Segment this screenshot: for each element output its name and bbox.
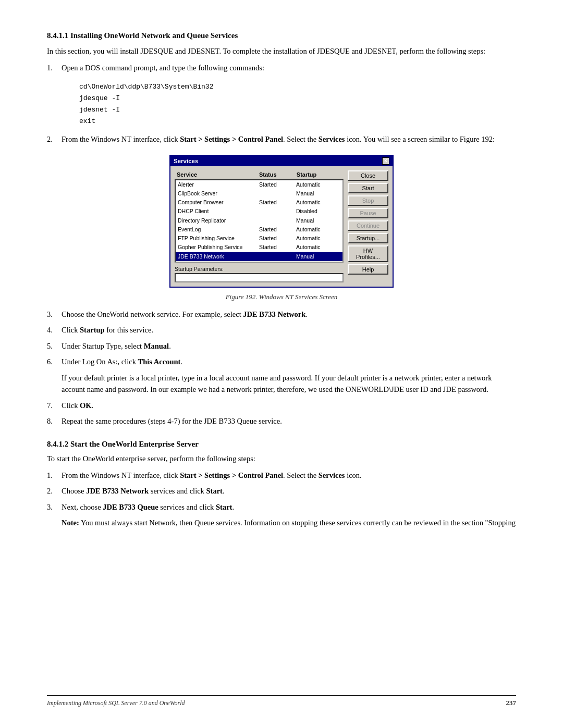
continue-button[interactable]: Continue	[348, 220, 388, 231]
section2-title: 8.4.1.2 Start the OneWorld Enterprise Se…	[47, 440, 516, 449]
step-text: Next, choose JDE B733 Queue services and…	[62, 501, 516, 513]
list-item: 5. Under Startup Type, select Manual.	[47, 340, 516, 352]
col-header-startup: Startup	[297, 171, 341, 178]
dialog-buttons: Close Start Stop Pause Continue Startup.…	[348, 170, 388, 282]
footer-page-number: 237	[506, 699, 517, 707]
dialog-titlebar: Services ×	[170, 156, 393, 166]
section-title: 8.4.1.1 Installing OneWorld Network and …	[47, 31, 516, 40]
list-item: 4. Click Startup for this service.	[47, 324, 516, 336]
table-row[interactable]: FTP Publishing ServiceStartedAutomatic	[176, 234, 342, 243]
code-line: jdesnet -I	[79, 104, 516, 116]
list-item: 8. Repeat the same procedures (steps 4-7…	[47, 415, 516, 427]
table-row[interactable]: ClipBook ServerManual	[176, 189, 342, 198]
step-text: Open a DOS command prompt, and type the …	[62, 62, 516, 73]
step-num: 1.	[47, 470, 58, 481]
dialog-title: Services	[174, 158, 198, 164]
startup-button[interactable]: Startup...	[348, 233, 388, 243]
services-dialog: Services × Service Status Startup Alerte…	[169, 155, 394, 288]
close-button[interactable]: Close	[348, 170, 388, 181]
col-header-service: Service	[177, 171, 259, 178]
list-item: 3. Choose the OneWorld network service. …	[47, 309, 516, 320]
figure-caption: Figure 192. Windows NT Services Screen	[47, 293, 516, 301]
footer-left-text: Implementing Microsoft SQL Server 7.0 an…	[47, 699, 185, 707]
table-row[interactable]: Directory ReplicatorManual	[176, 216, 342, 225]
list-item: 2. Choose JDE B733 Network services and …	[47, 485, 516, 497]
dialog-wrapper: Services × Service Status Startup Alerte…	[47, 155, 516, 288]
dialog-body: Service Status Startup AlerterStartedAut…	[170, 166, 393, 287]
list-item: 2. From the Windows NT interface, click …	[47, 133, 516, 145]
hw-profiles-button[interactable]: HW Profiles...	[348, 245, 388, 262]
help-button[interactable]: Help	[348, 264, 388, 275]
section-intro: In this section, you will install JDESQU…	[47, 45, 516, 57]
step-text: From the Windows NT interface, click Sta…	[62, 470, 516, 481]
step-text: Click Startup for this service.	[62, 324, 516, 336]
list-item: 1. From the Windows NT interface, click …	[47, 470, 516, 481]
start-button[interactable]: Start	[348, 183, 388, 193]
table-row[interactable]: JDE B733 QueueManual▼	[176, 261, 342, 263]
step-text: Choose the OneWorld network service. For…	[62, 309, 516, 320]
step-num: 2.	[47, 133, 58, 145]
note-block: Note: You must always start Network, the…	[62, 517, 516, 528]
table-row[interactable]: AlerterStartedAutomatic	[176, 180, 342, 189]
table-row-selected[interactable]: JDE B733 NetworkManual	[176, 252, 342, 261]
table-row[interactable]: DHCP ClientDisabled	[176, 207, 342, 216]
stop-button[interactable]: Stop	[348, 195, 388, 206]
dialog-left: Service Status Startup AlerterStartedAut…	[175, 170, 344, 282]
step-num: 8.	[47, 415, 58, 427]
close-button[interactable]: ×	[382, 157, 389, 165]
startup-params-input[interactable]	[175, 273, 344, 282]
list-item: 1. Open a DOS command prompt, and type t…	[47, 62, 516, 73]
code-line: jdesque -I	[79, 93, 516, 104]
table-row[interactable]: Gopher Publishing ServiceStartedAutomati…	[176, 243, 342, 252]
code-line: exit	[79, 116, 516, 127]
list-item: 7. Click OK.	[47, 400, 516, 411]
list-item: 3. Next, choose JDE B733 Queue services …	[47, 501, 516, 513]
step-num: 3.	[47, 501, 58, 513]
step-num: 3.	[47, 309, 58, 320]
code-block: cd\OneWorld\ddp\B733\System\Bin32 jdesqu…	[58, 78, 516, 130]
step-text: Repeat the same procedures (steps 4-7) f…	[62, 415, 516, 427]
services-list[interactable]: AlerterStartedAutomatic ClipBook ServerM…	[175, 179, 344, 263]
note-text: Note: You must always start Network, the…	[62, 517, 516, 528]
step-num: 5.	[47, 340, 58, 352]
step-num: 1.	[47, 62, 58, 73]
page-content: 8.4.1.1 Installing OneWorld Network and …	[47, 31, 516, 529]
table-row[interactable]: Computer BrowserStartedAutomatic	[176, 198, 342, 207]
col-header-status: Status	[259, 171, 297, 178]
step-num: 7.	[47, 400, 58, 411]
step-num: 4.	[47, 324, 58, 336]
step-note: If your default printer is a local print…	[62, 374, 492, 393]
startup-params-label: Startup Parameters:	[175, 266, 344, 272]
step-num: 6.	[47, 356, 58, 367]
step-text: Under Log On As:, click This Account.	[62, 356, 516, 367]
list-item-note: If your default printer is a local print…	[62, 372, 516, 396]
step-text: Under Startup Type, select Manual.	[62, 340, 516, 352]
footer: Implementing Microsoft SQL Server 7.0 an…	[47, 695, 516, 707]
step-text: Choose JDE B733 Network services and cli…	[62, 485, 516, 497]
step-text: Click OK.	[62, 400, 516, 411]
list-item: 6. Under Log On As:, click This Account.	[47, 356, 516, 367]
table-header: Service Status Startup	[175, 170, 344, 179]
code-line: cd\OneWorld\ddp\B733\System\Bin32	[79, 81, 516, 93]
step-num: 2.	[47, 485, 58, 497]
pause-button[interactable]: Pause	[348, 208, 388, 218]
step-text: From the Windows NT interface, click Sta…	[62, 133, 516, 145]
section2-intro: To start the OneWorld enterprise server,…	[47, 453, 516, 464]
table-row[interactable]: EventLogStartedAutomatic	[176, 225, 342, 234]
